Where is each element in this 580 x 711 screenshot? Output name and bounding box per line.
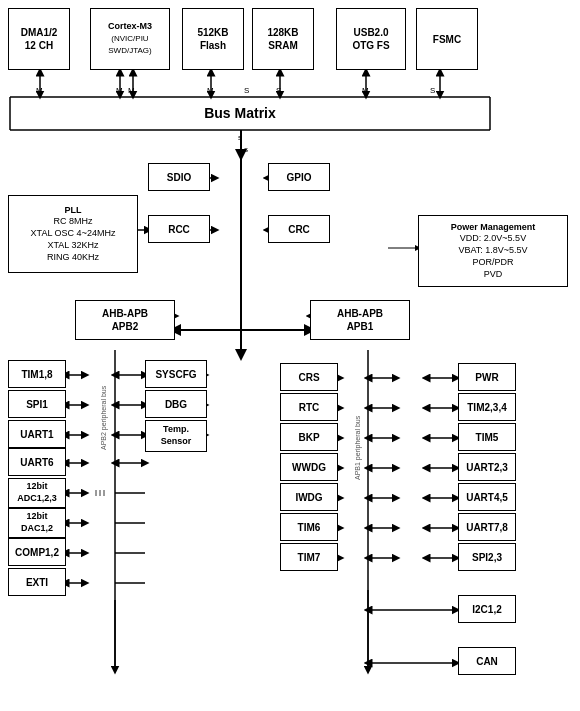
uart23-label: UART2,3: [466, 461, 508, 474]
pwr-label: PWR: [475, 371, 498, 384]
uart1-block: UART1: [8, 420, 66, 448]
wwdg-label: WWDG: [292, 461, 326, 474]
usb-block: USB2.0OTG FS: [336, 8, 406, 70]
sdio-block: SDIO: [148, 163, 210, 191]
tim234-label: TIM2,3,4: [467, 401, 506, 414]
flash-block: 512KBFlash: [182, 8, 244, 70]
tim18-block: TIM1,8: [8, 360, 66, 388]
can-label: CAN: [476, 655, 498, 668]
gpio-block: GPIO: [268, 163, 330, 191]
diagram: M M M M S S M S s: [0, 0, 580, 711]
tim5-block: TIM5: [458, 423, 516, 451]
uart6-block: UART6: [8, 448, 66, 476]
temp-block: Temp.Sensor: [145, 420, 207, 452]
pwr-block: PWR: [458, 363, 516, 391]
dbg-label: DBG: [165, 398, 187, 411]
iwdg-label: IWDG: [295, 491, 322, 504]
can-block: CAN: [458, 647, 516, 675]
uart78-block: UART7,8: [458, 513, 516, 541]
cortex-block: Cortex-M3(NVIC/PIUSWD/JTAG): [90, 8, 170, 70]
adc-block: 12bitADC1,2,3: [8, 478, 66, 508]
apb2-bus-label: APB2 peripheral bus: [100, 386, 107, 450]
dbg-block: DBG: [145, 390, 207, 418]
flash-label: 512KBFlash: [197, 26, 228, 52]
tim6-block: TIM6: [280, 513, 338, 541]
rcc-label: RCC: [168, 223, 190, 236]
comp-block: COMP1,2: [8, 538, 66, 566]
syscfg-block: SYSCFG: [145, 360, 207, 388]
spi23-label: SPI2,3: [472, 551, 502, 564]
power-label: Power ManagementVDD: 2.0V~5.5VVBAT: 1.8V…: [451, 222, 536, 280]
spi1-label: SPI1: [26, 398, 48, 411]
uart6-label: UART6: [20, 456, 53, 469]
dac-block: 12bitDAC1,2: [8, 508, 66, 538]
syscfg-label: SYSCFG: [155, 368, 196, 381]
ahbapb1-block: AHB-APBAPB1: [310, 300, 410, 340]
ahbapb2-block: AHB-APBAPB2: [75, 300, 175, 340]
adc-label: 12bitADC1,2,3: [17, 481, 57, 504]
bkp-block: BKP: [280, 423, 338, 451]
sram-block: 128KBSRAM: [252, 8, 314, 70]
svg-text:M: M: [116, 86, 123, 95]
uart45-block: UART4,5: [458, 483, 516, 511]
tim5-label: TIM5: [476, 431, 499, 444]
svg-text:s: s: [244, 145, 248, 154]
dac-label: 12bitDAC1,2: [21, 511, 53, 534]
svg-text:S: S: [276, 86, 281, 95]
rcc-block: RCC: [148, 215, 210, 243]
fsmc-block: FSMC: [416, 8, 478, 70]
crc-label: CRC: [288, 223, 310, 236]
dma-block: DMA1/2 12 CH: [8, 8, 70, 70]
dma-label: DMA1/2 12 CH: [21, 26, 58, 52]
svg-text:M: M: [362, 86, 369, 95]
pll-block: PLLRC 8MHzXTAL OSC 4~24MHzXTAL 32KHzRING…: [8, 195, 138, 273]
crc-block: CRC: [268, 215, 330, 243]
svg-text:S: S: [430, 86, 435, 95]
temp-label: Temp.Sensor: [161, 424, 192, 447]
comp-label: COMP1,2: [15, 546, 59, 559]
fsmc-label: FSMC: [433, 33, 461, 46]
wwdg-block: WWDG: [280, 453, 338, 481]
svg-text:S: S: [244, 86, 249, 95]
power-block: Power ManagementVDD: 2.0V~5.5VVBAT: 1.8V…: [418, 215, 568, 287]
crs-block: CRS: [280, 363, 338, 391]
svg-text:s: s: [238, 133, 242, 142]
tim18-label: TIM1,8: [21, 368, 52, 381]
ahbapb2-label: AHB-APBAPB2: [102, 307, 148, 333]
i2c12-block: I2C1,2: [458, 595, 516, 623]
uart1-label: UART1: [20, 428, 53, 441]
crs-label: CRS: [298, 371, 319, 384]
exti-block: EXTI: [8, 568, 66, 596]
spi1-block: SPI1: [8, 390, 66, 418]
spi23-block: SPI2,3: [458, 543, 516, 571]
sram-label: 128KBSRAM: [267, 26, 298, 52]
ahbapb1-label: AHB-APBAPB1: [337, 307, 383, 333]
bkp-label: BKP: [298, 431, 319, 444]
tim7-label: TIM7: [298, 551, 321, 564]
bus-matrix-label: Bus Matrix: [160, 105, 320, 121]
rtc-label: RTC: [299, 401, 320, 414]
tim7-block: TIM7: [280, 543, 338, 571]
cortex-label: Cortex-M3(NVIC/PIUSWD/JTAG): [108, 21, 152, 56]
uart78-label: UART7,8: [466, 521, 508, 534]
uart45-label: UART4,5: [466, 491, 508, 504]
svg-text:M: M: [207, 86, 214, 95]
svg-text:M: M: [128, 86, 135, 95]
tim6-label: TIM6: [298, 521, 321, 534]
uart23-block: UART2,3: [458, 453, 516, 481]
apb1-bus-label: APB1 peripheral bus: [354, 416, 361, 480]
svg-text:M: M: [36, 86, 43, 95]
usb-label: USB2.0OTG FS: [352, 26, 389, 52]
tim234-block: TIM2,3,4: [458, 393, 516, 421]
i2c12-label: I2C1,2: [472, 603, 501, 616]
exti-label: EXTI: [26, 576, 48, 589]
sdio-label: SDIO: [167, 171, 191, 184]
rtc-block: RTC: [280, 393, 338, 421]
iwdg-block: IWDG: [280, 483, 338, 511]
pll-label: PLLRC 8MHzXTAL OSC 4~24MHzXTAL 32KHzRING…: [31, 205, 116, 263]
gpio-label: GPIO: [286, 171, 311, 184]
